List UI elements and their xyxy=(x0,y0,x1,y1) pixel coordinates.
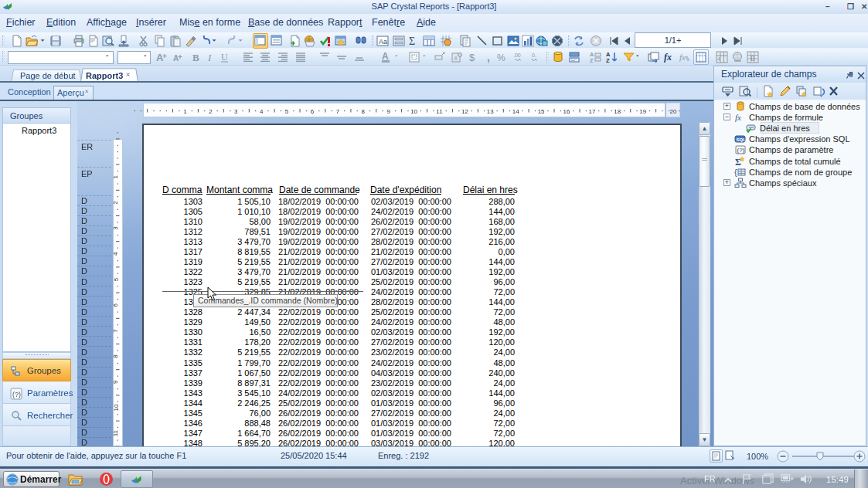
svg-text:Z: Z xyxy=(606,57,610,63)
svg-text:5: 5 xyxy=(285,108,289,115)
svg-text:A: A xyxy=(382,51,389,62)
svg-text:0.: 0. xyxy=(532,53,536,58)
svg-text:2: 2 xyxy=(113,201,120,205)
svg-text:10: 10 xyxy=(113,404,120,411)
svg-text:11: 11 xyxy=(113,430,120,437)
svg-text:13: 13 xyxy=(487,108,494,115)
svg-text:20: 20 xyxy=(670,108,677,115)
svg-text:14: 14 xyxy=(512,108,519,115)
svg-text:7: 7 xyxy=(113,329,120,333)
svg-text:U: U xyxy=(221,52,228,63)
svg-text:fx: fx xyxy=(735,113,741,122)
svg-text:8: 8 xyxy=(113,354,120,358)
svg-text:.00: .00 xyxy=(513,53,521,58)
svg-text:3: 3 xyxy=(234,108,238,115)
svg-text:A: A xyxy=(156,52,164,63)
svg-text:Aa: Aa xyxy=(379,38,387,46)
svg-text:9: 9 xyxy=(113,380,120,384)
svg-text:{: { xyxy=(734,168,737,177)
svg-text:2: 2 xyxy=(209,108,213,115)
svg-text:6: 6 xyxy=(311,108,315,115)
svg-text:fx: fx xyxy=(664,52,672,63)
svg-text:18: 18 xyxy=(614,108,621,115)
svg-text:fx: fx xyxy=(679,53,686,62)
svg-text:%: % xyxy=(497,53,505,63)
svg-text:1: 1 xyxy=(183,108,187,115)
svg-text:I: I xyxy=(207,52,212,63)
svg-text:Z: Z xyxy=(590,58,594,63)
svg-text:SQL: SQL xyxy=(737,137,747,142)
svg-text:6: 6 xyxy=(113,303,120,307)
svg-text:4: 4 xyxy=(260,108,264,115)
svg-text:7: 7 xyxy=(336,108,340,115)
svg-text:A: A xyxy=(173,54,179,63)
svg-text:11: 11 xyxy=(436,108,443,115)
svg-text:$: $ xyxy=(469,52,475,63)
svg-text:4: 4 xyxy=(717,56,720,62)
svg-text:12: 12 xyxy=(461,108,468,115)
svg-text:Σ: Σ xyxy=(409,36,415,47)
svg-text:10: 10 xyxy=(410,108,417,115)
svg-text:19: 19 xyxy=(639,108,646,115)
svg-text:3: 3 xyxy=(113,226,120,230)
svg-text:8: 8 xyxy=(362,108,366,115)
svg-text:15: 15 xyxy=(538,108,545,115)
svg-text:,: , xyxy=(487,51,490,63)
svg-text:4: 4 xyxy=(113,252,120,256)
svg-text:16: 16 xyxy=(563,108,570,115)
svg-text:4: 4 xyxy=(454,55,458,62)
svg-text:1: 1 xyxy=(113,175,120,178)
svg-text:B: B xyxy=(192,52,199,63)
svg-text:(?): (?) xyxy=(12,391,21,398)
svg-text:17: 17 xyxy=(588,108,595,115)
svg-text:5: 5 xyxy=(113,277,120,281)
svg-text:A: A xyxy=(590,52,594,57)
svg-text:{}: {} xyxy=(751,54,755,61)
svg-text:9: 9 xyxy=(386,108,390,115)
svg-text:(?): (?) xyxy=(737,147,745,154)
